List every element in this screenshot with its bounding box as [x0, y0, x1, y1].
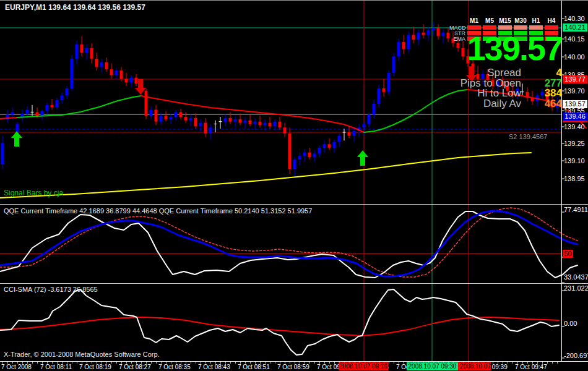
timeframe-label-m30: M30 — [514, 17, 526, 24]
stat-label: Daily Av — [427, 98, 530, 108]
price-tick: 139.70 — [564, 87, 585, 95]
time-axis[interactable]: 7 Oct 20087 Oct 08:117 Oct 08:197 Oct 08… — [0, 361, 588, 371]
time-tick-label: 7 Oct 08:59 — [277, 364, 309, 370]
price-tick: 139.10 — [564, 157, 585, 164]
signal-cell-macd-m15 — [498, 25, 512, 30]
signal-cell-macd-h1 — [529, 25, 543, 30]
s2-pivot-label: S2 139.4567 — [509, 133, 547, 140]
buy-signal-arrow — [11, 131, 22, 147]
time-tick-label: 7 Oct 09:47 — [515, 364, 547, 370]
cci-axis-bottom: -200.697 — [564, 352, 588, 359]
copyright-label: X-Trader, © 2001-2008 MetaQuotes Softwar… — [4, 351, 160, 358]
qqe-axis-top: 77.4911 — [564, 206, 588, 213]
price-tick: 139.40 — [564, 123, 585, 130]
price-marker-box: 140.21 — [563, 23, 587, 32]
timeframe-label-m15: M15 — [499, 17, 511, 24]
time-tick-label: 7 Oct 08:43 — [198, 364, 230, 370]
price-marker-box: 139.57 — [563, 100, 587, 108]
price-tick: 140.00 — [564, 53, 585, 61]
stat-row-daily-av: Daily Av464 — [427, 98, 562, 108]
qqe-axis-mid-box: 50 — [563, 250, 573, 258]
time-marker-box: 2008.10.07 09:30 — [407, 362, 458, 370]
price-tick: 138.95 — [564, 175, 585, 182]
time-marker-box: 2008.10.07 09:37 — [458, 362, 491, 370]
time-tick-label: 7 Oct 08:27 — [119, 364, 151, 370]
time-tick-label: 7 Oct 08:11 — [40, 364, 72, 370]
stat-value: 277 — [530, 77, 562, 88]
cci-indicator-header: CCI-SMA (72) -3.6173 26.8565 — [4, 286, 98, 293]
stat-value: 4 — [530, 67, 562, 77]
stat-row-hi-to-low: Hi to Low384 — [427, 87, 562, 98]
price-marker-box: 139.46 — [563, 113, 587, 121]
stat-value: 464 — [530, 98, 562, 108]
time-tick-label: 7 Oct 08:35 — [158, 364, 191, 370]
time-tick-label: 7 Oct 08:51 — [238, 364, 270, 370]
timeframe-label-h4: H4 — [548, 17, 556, 24]
timeframe-label-m1: M1 — [470, 17, 478, 24]
cci-axis-top: 231.0226 — [564, 284, 588, 292]
time-tick-label: 7 Oct 2008 — [1, 364, 32, 370]
signal-cell-macd-m1 — [467, 25, 481, 30]
signal-cell-macd-m30 — [514, 25, 527, 30]
timeframe-label-h1: H1 — [532, 17, 540, 24]
stat-label: Spread — [427, 67, 530, 77]
cci-axis-mid: 0.00 — [564, 320, 577, 327]
price-marker-sliver — [563, 121, 587, 122]
buy-signal-arrow — [357, 150, 368, 166]
price-tick: 140.30 — [564, 15, 585, 22]
price-tick: 139.25 — [564, 140, 585, 147]
chart-title: EURJPY,M1 139.64 139.64 139.56 139.57 — [5, 3, 145, 12]
qqe-indicator-header: QQE Current Timeframe 42.1689 36.8799 44… — [4, 207, 312, 215]
timeframe-row: M1M5M15M30H1H4 — [460, 17, 560, 25]
signal-cell-macd-m5 — [483, 25, 496, 30]
timeframe-label-m5: M5 — [485, 17, 494, 24]
stat-row-spread: Spread4 — [427, 67, 562, 77]
mt4-chart-window: EURJPY,M1 139.64 139.64 139.56 139.57 M1… — [0, 0, 588, 371]
time-tick-label: 7 Oct 08:19 — [79, 364, 111, 370]
time-marker-box: 2008.10.07 09:16 — [339, 362, 388, 370]
current-price: 139.57 — [463, 32, 562, 65]
stat-label: Hi to Low — [427, 87, 530, 98]
indicator-credit-label: Signal Bars by cja — [4, 189, 63, 197]
qqe-axis-bottom: 33.0437 — [564, 273, 588, 281]
signal-cell-macd-h4 — [545, 25, 558, 30]
price-marker-box: 139.77 — [563, 75, 587, 83]
stat-value: 384 — [530, 87, 562, 98]
stat-row-pips-to-open: Pips to Open277 — [427, 77, 562, 88]
price-tick: 140.15 — [564, 35, 585, 43]
stat-label: Pips to Open — [427, 77, 530, 88]
